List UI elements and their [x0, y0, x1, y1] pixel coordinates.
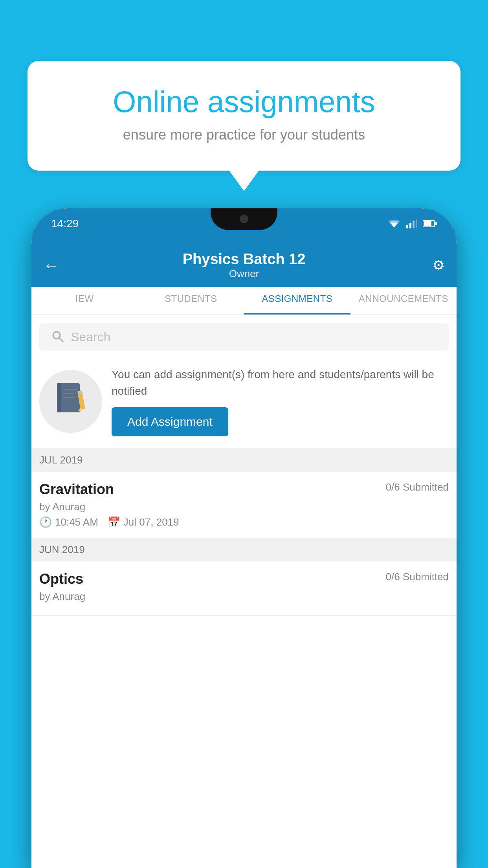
add-assignment-description: You can add assignment(s) from here and …	[112, 366, 449, 399]
wifi-icon	[387, 219, 401, 228]
add-assignment-button[interactable]: Add Assignment	[112, 407, 228, 436]
speech-bubble-container: Online assignments ensure more practice …	[28, 61, 460, 171]
battery-icon	[423, 220, 437, 228]
speech-bubble-title: Online assignments	[55, 85, 433, 119]
app-bar-subtitle: Owner	[183, 268, 306, 280]
svg-rect-2	[409, 223, 411, 228]
assignment-status-optics: 0/6 Submitted	[386, 571, 449, 583]
speech-bubble: Online assignments ensure more practice …	[28, 61, 460, 171]
search-icon	[51, 330, 64, 344]
add-assignment-right: You can add assignment(s) from here and …	[112, 366, 449, 436]
svg-rect-1	[406, 225, 408, 228]
assignment-title-gravitation: Gravitation	[39, 481, 114, 498]
svg-rect-4	[416, 219, 417, 228]
assignment-item-optics[interactable]: Optics 0/6 Submitted by Anurag	[31, 561, 457, 616]
assignment-title-optics: Optics	[39, 571, 83, 587]
svg-rect-13	[63, 393, 74, 394]
tab-iew[interactable]: IEW	[31, 287, 138, 314]
tab-assignments[interactable]: ASSIGNMENTS	[244, 287, 350, 314]
svg-rect-11	[57, 383, 61, 412]
calendar-icon: 📅	[108, 516, 120, 528]
assignment-item-gravitation[interactable]: Gravitation 0/6 Submitted by Anurag 🕐 10…	[31, 472, 457, 538]
back-button[interactable]: ←	[43, 257, 59, 274]
svg-rect-3	[413, 221, 415, 228]
svg-line-9	[59, 338, 63, 342]
search-bar[interactable]: Search	[39, 323, 449, 351]
svg-rect-12	[63, 389, 77, 390]
date-item: 📅 Jul 07, 2019	[108, 516, 179, 528]
speech-bubble-subtitle: ensure more practice for your students	[55, 127, 433, 143]
svg-rect-14	[63, 397, 75, 398]
phone-screen: 14:29	[31, 208, 457, 868]
add-assignment-section: You can add assignment(s) from here and …	[31, 355, 457, 449]
assignment-time-row-gravitation: 🕐 10:45 AM 📅 Jul 07, 2019	[39, 516, 449, 528]
notebook-icon	[53, 380, 88, 423]
section-header-jun: JUN 2019	[31, 538, 457, 561]
tabs-bar: IEW STUDENTS ASSIGNMENTS ANNOUNCEMENTS	[31, 287, 457, 315]
time-item: 🕐 10:45 AM	[39, 516, 98, 528]
app-bar-title: Physics Batch 12	[183, 251, 306, 268]
tab-students[interactable]: STUDENTS	[138, 287, 244, 314]
assignment-date-gravitation: Jul 07, 2019	[123, 516, 179, 528]
status-bar: 14:29	[51, 214, 437, 234]
status-icons	[387, 219, 437, 228]
svg-rect-7	[435, 222, 437, 225]
status-time: 14:29	[51, 217, 79, 230]
settings-button[interactable]: ⚙	[432, 257, 445, 274]
clock-icon: 🕐	[39, 516, 52, 528]
assignment-icon-circle	[39, 370, 102, 433]
assignment-author-gravitation: by Anurag	[39, 501, 449, 513]
content-area: Search	[31, 315, 457, 868]
section-header-jul: JUL 2019	[31, 449, 457, 472]
assignment-status-gravitation: 0/6 Submitted	[386, 481, 449, 493]
assignment-item-top: Gravitation 0/6 Submitted	[39, 481, 449, 498]
assignment-time-gravitation: 10:45 AM	[55, 516, 98, 528]
assignment-item-top-optics: Optics 0/6 Submitted	[39, 571, 449, 587]
notch-area: 14:29	[31, 208, 457, 244]
tab-announcements[interactable]: ANNOUNCEMENTS	[350, 287, 457, 314]
phone-frame: 14:29	[31, 208, 457, 868]
svg-rect-6	[424, 221, 431, 226]
app-bar-title-group: Physics Batch 12 Owner	[183, 251, 306, 280]
assignment-author-optics: by Anurag	[39, 590, 449, 603]
app-bar: ← Physics Batch 12 Owner ⚙	[31, 244, 457, 287]
search-placeholder: Search	[71, 330, 110, 344]
signal-icon	[406, 219, 417, 228]
